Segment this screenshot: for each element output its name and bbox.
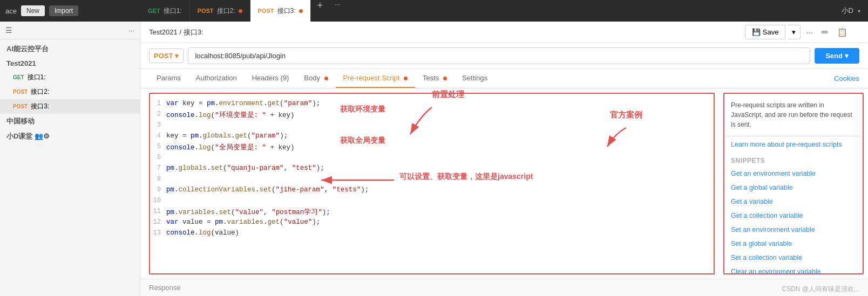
- toolbar-more-button[interactable]: ···: [803, 25, 816, 39]
- code-line: 4key = pm.globals.get("param");: [150, 132, 714, 142]
- sidebar-group-test2021[interactable]: Test2021: [0, 57, 140, 70]
- tab-settings[interactable]: Settings: [455, 69, 495, 88]
- top-bar-right: 小D ▾: [834, 6, 868, 16]
- line-number: 2: [150, 111, 166, 118]
- tab-method-post2: POST: [198, 8, 214, 14]
- save-dropdown-button[interactable]: ▾: [788, 25, 801, 39]
- sidebar-more-icon[interactable]: ···: [128, 26, 134, 35]
- toolbar-doc-button[interactable]: 📋: [834, 25, 851, 39]
- request-tabs: Params Authorization Headers (9) Body Pr…: [140, 69, 868, 88]
- sidebar-group-ai[interactable]: AI能云控平台: [0, 42, 140, 57]
- save-icon: 💾: [752, 28, 761, 36]
- sidebar-item-name-2: 接口2:: [31, 87, 49, 97]
- line-content: var value = pm.variables.get("value");: [166, 218, 714, 226]
- line-number: 13: [150, 229, 166, 237]
- code-line: 8: [150, 175, 714, 185]
- tab-headers[interactable]: Headers (9): [245, 69, 297, 88]
- line-number: 11: [150, 208, 166, 215]
- tab-post-interface3[interactable]: POST 接口3:: [250, 0, 311, 22]
- line-number: 1: [150, 100, 166, 107]
- tab-get-interface1[interactable]: GET 接口1:: [140, 0, 190, 22]
- learn-more-link[interactable]: Learn more about pre-request scripts: [724, 136, 863, 153]
- sidebar-method-post3: POST: [13, 104, 28, 109]
- sidebar-filter-icon[interactable]: ☰: [5, 26, 12, 35]
- tab-authorization[interactable]: Authorization: [188, 69, 245, 88]
- line-number: 6: [150, 154, 166, 161]
- code-line: 9pm.collectionVariables.set("jihe-param"…: [150, 185, 714, 196]
- sidebar-section: AI能云控平台 Test2021 GET 接口1: POST 接口2: POST…: [0, 39, 140, 146]
- right-panel-info: Pre-request scripts are written in JavaS…: [724, 94, 863, 136]
- tab-pre-request-script[interactable]: Pre-request Script: [336, 69, 415, 88]
- response-label: Response: [149, 284, 181, 292]
- snippet-link[interactable]: Get a global variable: [724, 181, 863, 195]
- line-number: 3: [150, 121, 166, 129]
- sidebar-method-get: GET: [13, 74, 24, 80]
- right-panel: Pre-request scripts are written in JavaS…: [723, 93, 864, 274]
- line-content: pm.collectionVariables.set("jihe-param",…: [166, 186, 714, 194]
- code-line: 3: [150, 121, 714, 132]
- line-content: console.log("环境变量是: " + key): [166, 111, 714, 120]
- line-number: 8: [150, 175, 166, 183]
- line-number: 10: [150, 197, 166, 204]
- breadcrumb-separator: /: [179, 28, 181, 36]
- top-bar-left: ace New Import: [0, 5, 140, 16]
- snippet-link[interactable]: Set an environment variable: [724, 223, 863, 237]
- snippet-link[interactable]: Get an environment variable: [724, 167, 863, 181]
- user-chevron-icon[interactable]: ▾: [858, 8, 860, 14]
- response-area: Response: [140, 279, 868, 296]
- method-select[interactable]: POST ▾: [149, 49, 184, 63]
- code-line: 5console.log("全局变量是: " + key): [150, 142, 714, 153]
- save-button[interactable]: 💾 Save: [745, 25, 786, 39]
- tab-more-button[interactable]: ···: [329, 0, 346, 22]
- toolbar-edit-button[interactable]: ✏: [818, 25, 832, 39]
- tab-body[interactable]: Body: [296, 69, 335, 88]
- line-number: 12: [150, 218, 166, 226]
- top-content-bar: Test2021 / 接口3: 💾 Save ▾ ··· ✏ 📋: [140, 22, 868, 43]
- send-button[interactable]: Send ▾: [815, 48, 859, 64]
- tab-unsaved-dot-3: [299, 9, 303, 13]
- snippets-list: Get an environment variableGet a global …: [724, 167, 863, 274]
- code-line: 12var value = pm.variables.get("value");: [150, 218, 714, 229]
- code-line: 1var key = pm.environment.get("param");: [150, 99, 714, 110]
- import-button[interactable]: Import: [49, 5, 78, 16]
- snippet-link[interactable]: Get a variable: [724, 195, 863, 209]
- cookies-link[interactable]: Cookies: [834, 74, 859, 82]
- url-input[interactable]: [188, 47, 810, 64]
- tab-name-1: 接口1:: [164, 6, 182, 16]
- tab-tests[interactable]: Tests: [415, 69, 455, 88]
- code-line: 6: [150, 153, 714, 164]
- line-number: 5: [150, 143, 166, 150]
- snippet-link[interactable]: Set a global variable: [724, 237, 863, 251]
- snippet-link[interactable]: Get a collection variable: [724, 209, 863, 223]
- sidebar-group-china-mobile[interactable]: 中国移动: [0, 114, 140, 129]
- snippets-title: SNIPPETS: [724, 153, 863, 167]
- snippet-link[interactable]: Set a collection variable: [724, 251, 863, 265]
- user-name: 小D: [842, 6, 853, 16]
- sidebar-item-interface1[interactable]: GET 接口1:: [0, 70, 140, 85]
- breadcrumb-parent[interactable]: Test2021: [149, 28, 178, 36]
- code-line: 7pm.globals.set("quanju-param", "test");: [150, 164, 714, 175]
- tab-post-interface2[interactable]: POST 接口2:: [190, 0, 250, 22]
- line-content: console.log("全局变量是: " + key): [166, 143, 714, 152]
- watermark: CSDN @人间有味是清欢...: [782, 285, 859, 294]
- line-content: pm.variables.set("value", "postman学习");: [166, 208, 714, 217]
- line-content: pm.globals.set("quanju-param", "test");: [166, 164, 714, 172]
- save-label: Save: [763, 28, 779, 36]
- tab-add-button[interactable]: +: [311, 0, 330, 22]
- breadcrumb-current: 接口3:: [184, 28, 204, 36]
- sidebar-group-xiaod-class[interactable]: 小D课堂 👥⚙: [0, 129, 140, 144]
- line-content: console.log(value): [166, 229, 714, 237]
- right-panel-info-text: Pre-request scripts are written in JavaS…: [731, 101, 852, 128]
- code-line: 13console.log(value): [150, 229, 714, 239]
- line-number: 7: [150, 164, 166, 172]
- snippet-link[interactable]: Clear an environment variable: [724, 265, 863, 274]
- send-arrow-icon: ▾: [845, 52, 849, 60]
- tab-method-get: GET: [148, 8, 160, 14]
- tab-params[interactable]: Params: [149, 69, 188, 88]
- code-line: 11pm.variables.set("value", "postman学习")…: [150, 207, 714, 218]
- sidebar-item-interface3[interactable]: POST 接口3:: [0, 99, 140, 114]
- code-editor[interactable]: 1var key = pm.environment.get("param");2…: [149, 93, 715, 274]
- new-button[interactable]: New: [21, 5, 45, 16]
- tests-tab-dot: [443, 77, 447, 80]
- sidebar-item-interface2[interactable]: POST 接口2:: [0, 85, 140, 99]
